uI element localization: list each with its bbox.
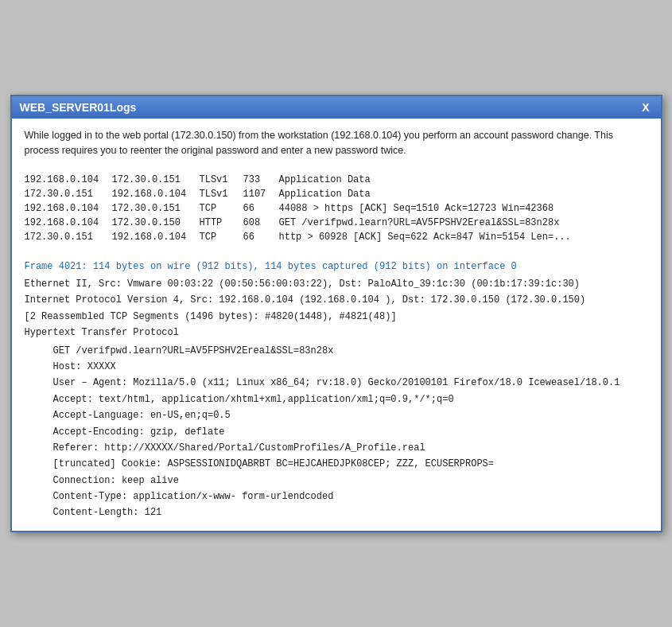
packet-src: 192.168.0.104: [25, 217, 112, 228]
tcp-segments-line: [2 Reassembled TCP Segments (1496 bytes)…: [25, 309, 648, 325]
http-accept: Accept: text/html, application/xhtml+xml…: [53, 391, 648, 407]
packet-src: 172.30.0.151: [25, 232, 112, 243]
packet-info: Application Data: [279, 189, 648, 200]
http-connection: Connection: keep alive: [53, 473, 648, 489]
packet-row: 192.168.0.104172.30.0.151TLSv1733Applica…: [25, 173, 648, 187]
packet-protocol: TLSv1: [200, 189, 243, 200]
http-referer: Referer: http://XXXXX/Shared/Portal/Cust…: [53, 440, 648, 456]
packet-src: 192.168.0.104: [25, 174, 112, 185]
http-cookie: [truncated] Cookie: ASPSESSIONIDQABRBT B…: [53, 456, 648, 472]
packet-row: 172.30.0.151192.168.0.104TCP66http > 609…: [25, 230, 648, 244]
packet-protocol: TCP: [200, 232, 243, 243]
ip-line: Internet Protocol Version 4, Src: 192.16…: [25, 292, 648, 308]
title-bar: WEB_SERVER01Logs X: [12, 96, 661, 119]
http-label: Hypertext Transfer Protocol: [25, 325, 648, 341]
close-button[interactable]: X: [639, 101, 652, 114]
packet-table: 192.168.0.104172.30.0.151TLSv1733Applica…: [25, 173, 648, 244]
http-user-agent: User – Agent: Mozilla/5.0 (x11; Linux x8…: [53, 375, 648, 391]
intro-paragraph: While logged in to the web portal (172.3…: [25, 128, 648, 158]
window-title: WEB_SERVER01Logs: [20, 101, 137, 114]
http-accept-lang: Accept-Language: en-US,en;q=0.5: [53, 407, 648, 423]
packet-info: Application Data: [279, 174, 648, 185]
packet-length: 1107: [243, 189, 279, 200]
ethernet-line: Ethernet II, Src: Vmware 00:03:22 (00:50…: [25, 276, 648, 292]
packet-info: GET /verifpwd.learn?URL=AV5FPSHV2Ereal&S…: [279, 217, 648, 228]
packet-src: 172.30.0.151: [25, 189, 112, 200]
http-content-length: Content-Length: 121: [53, 504, 648, 520]
packet-row: 192.168.0.104172.30.0.151TCP6644088 > ht…: [25, 201, 648, 216]
packet-info: 44088 > https [ACK] Seq=1510 Ack=12723 W…: [279, 203, 648, 214]
packet-protocol: TCP: [200, 203, 243, 214]
http-get: GET /verifpwd.learn?URL=AV5FPSHV2Ereal&S…: [53, 343, 648, 359]
packet-dst: 192.168.0.104: [112, 189, 200, 200]
packet-length: 733: [243, 174, 279, 185]
frame-link[interactable]: Frame 4021: 114 bytes on wire (912 bits)…: [25, 259, 648, 275]
packet-length: 66: [243, 203, 279, 214]
main-window: WEB_SERVER01Logs X While logged in to th…: [10, 95, 662, 532]
packet-info: http > 60928 [ACK] Seq=622 Ack=847 Win=5…: [279, 232, 648, 243]
http-host: Host: XXXXX: [53, 359, 648, 375]
http-content-type: Content-Type: application/x-www- form-ur…: [53, 489, 648, 504]
packet-src: 192.168.0.104: [25, 203, 112, 214]
http-detail-section: GET /verifpwd.learn?URL=AV5FPSHV2Ereal&S…: [53, 343, 648, 521]
packet-dst: 172.30.0.151: [112, 174, 200, 185]
packet-length: 66: [243, 232, 279, 243]
frame-detail-section: Frame 4021: 114 bytes on wire (912 bits)…: [25, 259, 648, 521]
packet-dst: 172.30.0.151: [112, 203, 200, 214]
packet-protocol: TLSv1: [200, 174, 243, 185]
http-accept-enc: Accept-Encoding: gzip, deflate: [53, 424, 648, 440]
packet-row: 172.30.0.151192.168.0.104TLSv11107Applic…: [25, 187, 648, 201]
packet-protocol: HTTP: [200, 217, 243, 228]
packet-dst: 192.168.0.104: [112, 232, 200, 243]
content-area: While logged in to the web portal (172.3…: [12, 119, 661, 531]
packet-row: 192.168.0.104172.30.0.150HTTP608GET /ver…: [25, 216, 648, 230]
packet-dst: 172.30.0.150: [112, 217, 200, 228]
packet-length: 608: [243, 217, 279, 228]
